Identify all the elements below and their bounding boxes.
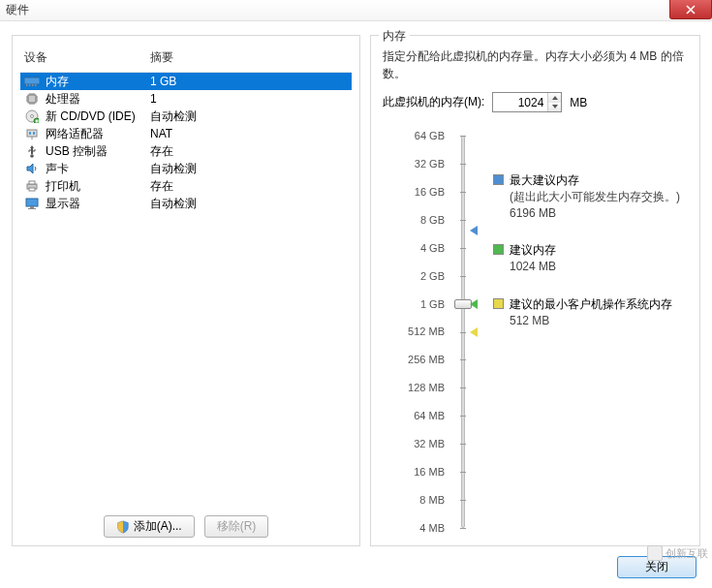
- device-name: 内存: [46, 74, 150, 90]
- memory-tick: 512 MB: [408, 322, 445, 341]
- memory-tick: 8 MB: [419, 490, 445, 510]
- legend-max-sub2: 6196 MB: [510, 205, 680, 222]
- memory-tick: 128 MB: [408, 378, 445, 397]
- memory-tick: 64 GB: [415, 126, 445, 145]
- device-name: 处理器: [46, 91, 150, 108]
- memory-tick: 32 GB: [415, 154, 445, 173]
- add-button-label: 添加(A)...: [134, 518, 182, 535]
- device-name: 打印机: [46, 178, 150, 195]
- memory-group-label: 内存: [379, 28, 410, 45]
- svg-rect-10: [29, 132, 31, 135]
- close-icon: [686, 5, 696, 15]
- device-summary: 自动检测: [150, 108, 348, 125]
- printer-icon: [24, 178, 40, 194]
- svg-rect-0: [24, 77, 40, 84]
- device-summary: 存在: [150, 143, 348, 160]
- header-device: 设备: [24, 49, 150, 66]
- legend-rec: 建议内存 1024 MB: [493, 242, 692, 275]
- legend-guest-swatch: [493, 298, 504, 309]
- remove-button[interactable]: 移除(R): [204, 515, 269, 538]
- legend-max-swatch: [493, 174, 504, 185]
- svg-rect-14: [29, 181, 35, 184]
- svg-rect-4: [35, 84, 37, 86]
- remove-button-label: 移除(R): [217, 518, 257, 535]
- legend-guest-sub1: 512 MB: [510, 313, 672, 329]
- svg-rect-2: [29, 84, 31, 86]
- sound-icon: [24, 161, 40, 176]
- svg-point-12: [30, 154, 34, 158]
- legend-rec-swatch: [493, 244, 504, 255]
- display-icon: [24, 196, 40, 211]
- svg-rect-17: [30, 206, 34, 208]
- cd-icon: [24, 108, 40, 124]
- device-row[interactable]: USB 控制器存在: [20, 142, 352, 160]
- memory-tick: 64 MB: [414, 406, 445, 425]
- device-name: USB 控制器: [46, 143, 150, 160]
- device-summary: 自动检测: [150, 161, 348, 177]
- svg-rect-16: [26, 199, 38, 206]
- window-title: 硬件: [6, 2, 29, 18]
- memory-tick: 256 MB: [408, 350, 445, 369]
- memory-slider[interactable]: [450, 126, 476, 538]
- svg-rect-3: [32, 84, 34, 86]
- memory-spinner[interactable]: [492, 92, 562, 112]
- svg-rect-18: [28, 208, 36, 209]
- device-row[interactable]: 网络适配器NAT: [20, 125, 352, 142]
- svg-rect-1: [26, 84, 28, 86]
- legend-max: 最大建议内存 (超出此大小可能发生内存交换。) 6196 MB: [493, 172, 692, 221]
- memory-tick: 1 GB: [420, 294, 445, 314]
- legend-guest-title: 建议的最小客户机操作系统内存: [510, 296, 672, 313]
- device-row[interactable]: 打印机存在: [20, 177, 352, 195]
- memory-panel: 内存 指定分配给此虚拟机的内存量。内存大小必须为 4 MB 的倍数。 此虚拟机的…: [370, 35, 700, 546]
- device-name: 显示器: [46, 196, 150, 212]
- device-summary: 自动检测: [150, 196, 348, 212]
- marker-max: [470, 226, 478, 235]
- network-icon: [24, 126, 40, 141]
- device-name: 声卡: [46, 161, 150, 177]
- device-name: 新 CD/DVD (IDE): [46, 108, 150, 125]
- device-panel: 设备 摘要 内存1 GB处理器1新 CD/DVD (IDE)自动检测网络适配器N…: [12, 35, 360, 546]
- usb-icon: [24, 143, 40, 159]
- header-summary: 摘要: [150, 49, 348, 66]
- svg-rect-5: [28, 95, 36, 103]
- device-name: 网络适配器: [46, 126, 150, 142]
- memory-spin-down[interactable]: [548, 103, 561, 112]
- device-row[interactable]: 处理器1: [20, 90, 352, 108]
- memory-tick: 4 MB: [419, 518, 445, 538]
- device-list[interactable]: 内存1 GB处理器1新 CD/DVD (IDE)自动检测网络适配器NATUSB …: [20, 73, 352, 510]
- memory-unit: MB: [570, 96, 587, 109]
- memory-spin-up[interactable]: [548, 93, 561, 103]
- memory-tick: 2 GB: [420, 266, 445, 286]
- memory-description: 指定分配给此虚拟机的内存量。内存大小必须为 4 MB 的倍数。: [379, 46, 692, 92]
- device-row[interactable]: 内存1 GB: [20, 73, 352, 90]
- memory-tick: 8 GB: [420, 210, 445, 230]
- cpu-icon: [24, 91, 40, 107]
- memory-input[interactable]: [493, 93, 547, 111]
- memory-tick-labels: 64 GB32 GB16 GB8 GB4 GB2 GB1 GB512 MB256…: [398, 126, 450, 538]
- marker-guest: [470, 327, 478, 337]
- memory-icon: [24, 74, 40, 89]
- shield-icon: [116, 520, 130, 534]
- svg-rect-11: [33, 132, 35, 135]
- memory-tick: 16 GB: [415, 182, 445, 201]
- window-close-button[interactable]: [669, 0, 712, 19]
- device-list-header: 设备 摘要: [20, 46, 352, 73]
- add-button[interactable]: 添加(A)...: [104, 515, 195, 538]
- svg-point-7: [31, 115, 34, 118]
- device-summary: 1 GB: [150, 75, 348, 88]
- device-row[interactable]: 声卡自动检测: [20, 160, 352, 177]
- device-summary: 存在: [150, 178, 348, 195]
- device-summary: 1: [150, 92, 348, 106]
- marker-rec: [470, 299, 478, 309]
- legend-max-sub1: (超出此大小可能发生内存交换。): [510, 189, 680, 205]
- legend-max-title: 最大建议内存: [510, 172, 680, 189]
- close-button[interactable]: 关闭: [617, 556, 697, 578]
- memory-tick: 32 MB: [414, 434, 445, 453]
- svg-rect-9: [27, 130, 37, 137]
- device-row[interactable]: 新 CD/DVD (IDE)自动检测: [20, 108, 352, 125]
- memory-tick: 16 MB: [414, 462, 445, 481]
- device-row[interactable]: 显示器自动检测: [20, 195, 352, 212]
- svg-rect-15: [29, 188, 35, 191]
- legend-rec-title: 建议内存: [510, 242, 556, 259]
- titlebar: 硬件: [0, 0, 712, 21]
